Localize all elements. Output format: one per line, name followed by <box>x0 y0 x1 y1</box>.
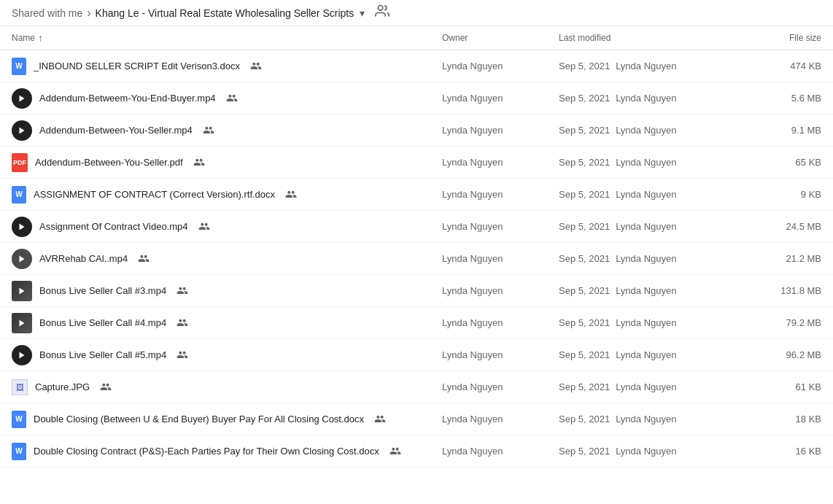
file-size: 18 KB <box>748 414 821 424</box>
file-name: Assignment Of Contract Video.mp4 <box>39 221 188 232</box>
table-row[interactable]: AVRRehab CAl..mp4 Lynda Nguyen Sep 5, 20… <box>0 243 833 275</box>
file-owner: Lynda Nguyen <box>442 189 559 200</box>
file-size: 474 KB <box>748 61 821 71</box>
file-modified: Sep 5, 2021 Lynda Nguyen <box>559 157 748 168</box>
column-owner-header[interactable]: Owner <box>442 33 559 43</box>
file-owner: Lynda Nguyen <box>442 317 559 328</box>
file-name-cell: AVRRehab CAl..mp4 <box>12 249 442 269</box>
file-modified-by: Lynda Nguyen <box>616 93 676 104</box>
file-modified: Sep 5, 2021 Lynda Nguyen <box>559 61 748 71</box>
table-row[interactable]: Bonus Live Seller Call #5.mp4 Lynda Nguy… <box>0 339 833 371</box>
table-row[interactable]: Bonus Live Seller Call #4.mp4 Lynda Nguy… <box>0 307 833 339</box>
table-row[interactable]: 🖼 Capture.JPG Lynda Nguyen Sep 5, 2021 L… <box>0 371 833 403</box>
shared-icon <box>177 284 188 297</box>
file-modified-by: Lynda Nguyen <box>616 61 676 71</box>
file-size: 5.6 MB <box>748 93 821 104</box>
file-size: 131.8 MB <box>748 285 821 296</box>
table-row[interactable]: W Double Closing Contract (P&S)-Each Par… <box>0 435 833 468</box>
file-modified: Sep 5, 2021 Lynda Nguyen <box>559 221 748 232</box>
breadcrumb-current-folder: Khang Le - Virtual Real Estate Wholesali… <box>96 7 354 19</box>
word-icon: W <box>12 443 26 460</box>
video-thumb-icon <box>12 281 32 301</box>
file-modified-date: Sep 5, 2021 <box>559 61 610 71</box>
file-name: Addendum-Between-You-Seller.pdf <box>35 157 183 168</box>
file-modified-date: Sep 5, 2021 <box>559 253 610 264</box>
file-modified-date: Sep 5, 2021 <box>559 349 610 360</box>
shared-icon <box>138 252 150 265</box>
file-modified-by: Lynda Nguyen <box>616 189 676 200</box>
file-size: 79.2 MB <box>748 317 821 328</box>
file-name-cell: W Double Closing Contract (P&S)-Each Par… <box>12 443 442 460</box>
shared-icon <box>193 156 205 168</box>
table-row[interactable]: W ASSIGNMENT OF CONTRACT (Correct Versio… <box>0 179 833 211</box>
file-owner: Lynda Nguyen <box>442 414 559 424</box>
table-row[interactable]: Bonus Live Seller Call #3.mp4 Lynda Nguy… <box>0 275 833 307</box>
shared-icon <box>285 188 297 201</box>
video-icon <box>12 88 32 109</box>
file-size: 61 KB <box>748 381 821 392</box>
file-modified-date: Sep 5, 2021 <box>559 157 610 168</box>
video-icon <box>12 217 32 237</box>
file-owner: Lynda Nguyen <box>442 61 559 71</box>
shared-icon <box>100 381 112 393</box>
table-row[interactable]: Addendum-Betweem-You-End-Buyer.mp4 Lynda… <box>0 82 833 115</box>
file-name: AVRRehab CAl..mp4 <box>39 253 128 264</box>
column-name-header[interactable]: Name ↑ <box>12 32 442 44</box>
file-modified-by: Lynda Nguyen <box>616 253 676 264</box>
file-modified: Sep 5, 2021 Lynda Nguyen <box>559 253 748 264</box>
shared-icon <box>226 92 238 104</box>
table-row[interactable]: W _INBOUND SELLER SCRIPT Edit Verison3.d… <box>0 50 833 82</box>
file-owner: Lynda Nguyen <box>442 157 559 168</box>
table-row[interactable]: W Double Closing (Between U & End Buyer)… <box>0 403 833 435</box>
file-name-cell: Bonus Live Seller Call #5.mp4 <box>12 345 442 365</box>
file-owner: Lynda Nguyen <box>442 349 559 360</box>
file-name-cell: W ASSIGNMENT OF CONTRACT (Correct Versio… <box>12 186 442 203</box>
breadcrumb-dropdown-icon[interactable]: ▾ <box>360 7 365 19</box>
file-modified-date: Sep 5, 2021 <box>559 317 610 328</box>
file-name: Bonus Live Seller Call #3.mp4 <box>39 285 166 296</box>
file-name: Addendum-Betweem-You-End-Buyer.mp4 <box>39 93 216 104</box>
table-row[interactable]: Assignment Of Contract Video.mp4 Lynda N… <box>0 211 833 243</box>
file-name: _INBOUND SELLER SCRIPT Edit Verison3.doc… <box>34 61 240 71</box>
file-name-cell: Assignment Of Contract Video.mp4 <box>12 217 442 237</box>
file-modified-date: Sep 5, 2021 <box>559 414 610 424</box>
file-name: Capture.JPG <box>35 381 90 392</box>
breadcrumb-parent-link[interactable]: Shared with me <box>12 7 82 19</box>
table-header: Name ↑ Owner Last modified File size <box>0 26 833 50</box>
file-name-cell: W _INBOUND SELLER SCRIPT Edit Verison3.d… <box>12 58 442 75</box>
file-modified-by: Lynda Nguyen <box>616 125 676 136</box>
table-row[interactable]: PDF Addendum-Between-You-Seller.pdf Lynd… <box>0 147 833 179</box>
file-modified: Sep 5, 2021 Lynda Nguyen <box>559 446 748 457</box>
file-name-cell: Addendum-Between-You-Seller.mp4 <box>12 120 442 141</box>
table-row[interactable]: Addendum-Between-You-Seller.mp4 Lynda Ng… <box>0 115 833 147</box>
file-modified-by: Lynda Nguyen <box>616 157 676 168</box>
file-modified-by: Lynda Nguyen <box>616 446 676 457</box>
breadcrumb-chevron-icon: › <box>87 7 90 20</box>
column-modified-header[interactable]: Last modified <box>559 33 748 43</box>
file-owner: Lynda Nguyen <box>442 446 559 457</box>
video-icon <box>12 249 32 269</box>
svg-marker-1 <box>20 95 25 101</box>
shared-icon <box>203 124 214 136</box>
video-icon <box>12 120 32 141</box>
file-owner: Lynda Nguyen <box>442 253 559 264</box>
file-name: Addendum-Between-You-Seller.mp4 <box>39 125 193 136</box>
file-modified-by: Lynda Nguyen <box>616 285 676 296</box>
sort-arrow-icon: ↑ <box>38 32 43 44</box>
image-icon: 🖼 <box>12 379 28 395</box>
file-owner: Lynda Nguyen <box>442 221 559 232</box>
file-size: 96.2 MB <box>748 349 821 360</box>
file-name-cell: Addendum-Betweem-You-End-Buyer.mp4 <box>12 88 442 109</box>
file-owner: Lynda Nguyen <box>442 381 559 392</box>
shared-icon <box>177 317 188 329</box>
shared-icon <box>198 220 210 233</box>
folder-share-icon[interactable] <box>375 4 390 22</box>
word-icon: W <box>12 186 26 203</box>
file-name-cell: Bonus Live Seller Call #4.mp4 <box>12 313 442 333</box>
file-name-cell: W Double Closing (Between U & End Buyer)… <box>12 411 442 428</box>
file-modified: Sep 5, 2021 Lynda Nguyen <box>559 381 748 392</box>
shared-icon <box>177 349 188 361</box>
file-owner: Lynda Nguyen <box>442 285 559 296</box>
column-size-header[interactable]: File size <box>748 33 821 43</box>
file-modified: Sep 5, 2021 Lynda Nguyen <box>559 189 748 200</box>
